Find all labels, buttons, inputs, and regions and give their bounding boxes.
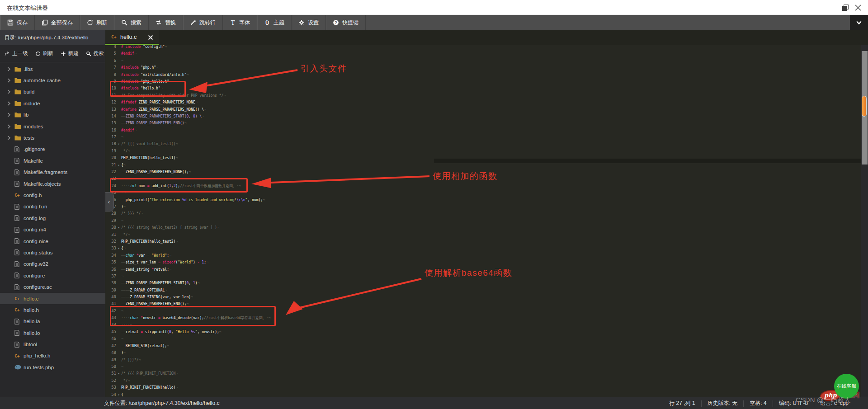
code-line[interactable]: 27}¬ [105, 203, 861, 210]
code-line[interactable]: 4# include "config.h"¬ [105, 45, 861, 50]
code-line[interactable]: 22——ZEND_PARSE_PARAMETERS_NONE();¬ [105, 169, 861, 175]
code-line[interactable]: 52 */¬ [105, 377, 861, 384]
code-line[interactable]: 30▾/* {{{ string hello_test2( [ string $… [105, 224, 861, 231]
code-line[interactable]: 45——retval = strpprintf(0, "Hello %s", n… [105, 329, 861, 335]
toolbar-button-replace[interactable]: 替换 [149, 15, 183, 30]
window-close-icon[interactable] [854, 4, 862, 11]
file-tree-item-autom4te.cache[interactable]: autom4te.cache [0, 75, 105, 86]
fold-arrow-icon[interactable]: ▾ [116, 162, 121, 169]
toolbar-button-settings[interactable]: 设置 [292, 15, 326, 30]
code-line[interactable]: 51▾/* {{{ PHP_RINIT_FUNCTION¬ [105, 370, 861, 377]
code-line[interactable]: 11/* For compatibility with older PHP ve… [105, 92, 861, 99]
file-tree-item-config.status[interactable]: config.status [0, 247, 105, 258]
code-line[interactable]: 34——char *var = "World";¬ [105, 252, 861, 259]
fold-arrow-icon[interactable]: ▾ [116, 141, 121, 148]
chevron-right-icon[interactable] [7, 136, 13, 140]
toolbar-button-search[interactable]: 搜索 [114, 15, 149, 30]
scrollbar-thumb[interactable] [862, 96, 867, 117]
file-tree-item-Makefile.fragments[interactable]: Makefile.fragments [0, 167, 105, 178]
code-line[interactable]: 18▾/* {{{ void hello_test1()¬ [105, 141, 861, 147]
code-line[interactable]: 36——zend_string *retval;¬ [105, 266, 861, 273]
sidebar-tool-up-level[interactable]: 上一级 [5, 50, 28, 57]
code-editor[interactable]: 4# include "config.h"¬5#endif¬6¬7#includ… [105, 45, 861, 397]
file-tree-item-config.m4[interactable]: config.m4 [0, 224, 105, 235]
code-line[interactable]: 14——ZEND_PARSE_PARAMETERS_START(0, 0) \¬ [105, 113, 861, 120]
code-line[interactable]: 7#include "php.h"¬ [105, 64, 861, 71]
toolbar-button-refresh[interactable]: 刷新 [80, 15, 114, 30]
file-tree-item-include[interactable]: include [0, 98, 105, 109]
code-line[interactable]: 53PHP_RINIT_FUNCTION(hello)¬ [105, 384, 861, 391]
chevron-right-icon[interactable] [7, 124, 13, 129]
code-line[interactable]: 28/* }}} */¬ [105, 210, 861, 217]
sidebar-tool-search[interactable]: 搜索 [86, 50, 104, 57]
online-service-badge[interactable]: 在线客服 [834, 374, 859, 399]
toolbar-button-theme[interactable]: Ü 主题 [257, 15, 292, 30]
code-line[interactable]: 19 */¬ [105, 148, 861, 155]
window-restore-icon[interactable] [842, 4, 849, 11]
code-line[interactable]: 37¬ [105, 273, 861, 280]
file-tree-item-.gitignore[interactable]: .gitignore [0, 144, 105, 155]
code-line[interactable]: 46¬ [105, 335, 861, 342]
code-line[interactable]: 32PHP_FUNCTION(hello_test2)¬ [105, 238, 861, 245]
code-line[interactable]: 48}¬ [105, 349, 861, 356]
file-tree-item-build[interactable]: build [0, 86, 105, 98]
toolbar-button-font[interactable]: T 字体 [223, 15, 257, 30]
code-line[interactable]: 10#include "hello.h"¬ [105, 85, 861, 92]
code-line[interactable]: 9#include "php_hello.h"¬ [105, 78, 861, 85]
file-tree-item-.libs[interactable]: .libs [0, 63, 105, 75]
code-line[interactable]: 17¬ [105, 134, 861, 141]
sidebar-collapse-handle[interactable]: ‹ [105, 192, 114, 212]
file-tree-item-config.h.in[interactable]: config.h.in [0, 201, 105, 212]
file-tree-item-hello.c[interactable]: C+hello.c [0, 293, 105, 304]
fold-arrow-icon[interactable]: ▾ [116, 225, 121, 231]
code-line[interactable]: 13#define ZEND_PARSE_PARAMETERS_NONE() \… [105, 106, 861, 113]
file-tree-item-configure[interactable]: configure [0, 270, 105, 281]
code-line[interactable]: 12#ifndef ZEND_PARSE_PARAMETERS_NONE¬ [105, 99, 861, 106]
toolbar-button-save[interactable]: 保存 [0, 15, 35, 30]
code-line[interactable]: 26——php_printf("The extension %d is load… [105, 197, 861, 203]
code-line[interactable]: 31 */¬ [105, 231, 861, 238]
file-tree-item-config.log[interactable]: config.log [0, 212, 105, 224]
code-line[interactable]: 6¬ [105, 57, 861, 64]
code-line[interactable]: 49/* }}}*/¬ [105, 357, 861, 363]
fold-arrow-icon[interactable]: ▾ [116, 245, 121, 252]
fold-arrow-icon[interactable]: ▾ [116, 371, 121, 377]
file-tree-item-config.h[interactable]: C+config.h [0, 189, 105, 201]
chevron-right-icon[interactable] [7, 67, 13, 71]
file-tree-item-config.w32[interactable]: config.w32 [0, 259, 105, 270]
sidebar-tool-refresh[interactable]: 刷新 [35, 50, 53, 57]
toolbar-button-hotkeys[interactable]: ? 快捷键 [326, 15, 366, 30]
file-tree-item-php_hello.h[interactable]: C+php_hello.h [0, 350, 105, 362]
code-line[interactable]: 39————Z_PARAM_OPTIONAL¬ [105, 287, 861, 294]
file-tree-item-Makefile[interactable]: Makefile [0, 155, 105, 166]
file-tree-item-libtool[interactable]: libtool [0, 338, 105, 350]
code-line[interactable]: 15——ZEND_PARSE_PARAMETERS_END()¬ [105, 120, 861, 127]
chevron-right-icon[interactable] [7, 113, 13, 117]
fold-arrow-icon[interactable]: ▾ [116, 392, 121, 397]
file-tree-item-Makefile.objects[interactable]: Makefile.objects [0, 178, 105, 189]
sidebar-tool-new[interactable]: 新建 [61, 50, 79, 57]
file-tree-item-modules[interactable]: modules [0, 121, 105, 132]
code-line[interactable]: 50¬ [105, 363, 861, 370]
code-line[interactable]: 38——ZEND_PARSE_PARAMETERS_START(0, 1)¬ [105, 280, 861, 287]
file-tree-item-tests[interactable]: tests [0, 132, 105, 143]
chevron-right-icon[interactable] [7, 78, 13, 83]
toolbar-button-goto-line[interactable]: 跳转行 [183, 15, 223, 30]
file-tree-item-config.nice[interactable]: config.nice [0, 235, 105, 247]
file-tree-item-run-tests.php[interactable]: run-tests.php [0, 362, 105, 373]
chevron-right-icon[interactable] [7, 101, 13, 106]
file-tree-item-hello.lo[interactable]: hello.lo [0, 327, 105, 338]
file-tree-item-lib[interactable]: lib [0, 109, 105, 121]
code-line[interactable]: 33▾{¬ [105, 245, 861, 252]
file-tree-item-configure.ac[interactable]: configure.ac [0, 281, 105, 292]
code-line[interactable]: 8#include "ext/standard/info.h"¬ [105, 71, 861, 78]
code-line[interactable]: 47——RETURN_STR(retval);¬ [105, 343, 861, 349]
code-line[interactable]: 29¬ [105, 217, 861, 224]
horizontal-scrollbar-track[interactable] [434, 159, 861, 163]
file-tree-item-hello.h[interactable]: C+hello.h [0, 304, 105, 315]
tab-hello-c[interactable]: C+ hello.c [105, 30, 159, 45]
toolbar-button-save-all[interactable]: 全部保存 [35, 15, 80, 30]
chevron-right-icon[interactable] [7, 89, 13, 94]
code-line[interactable]: 40————Z_PARAM_STRING(var, var_len)¬ [105, 294, 861, 301]
code-line[interactable]: 5#endif¬ [105, 50, 861, 57]
